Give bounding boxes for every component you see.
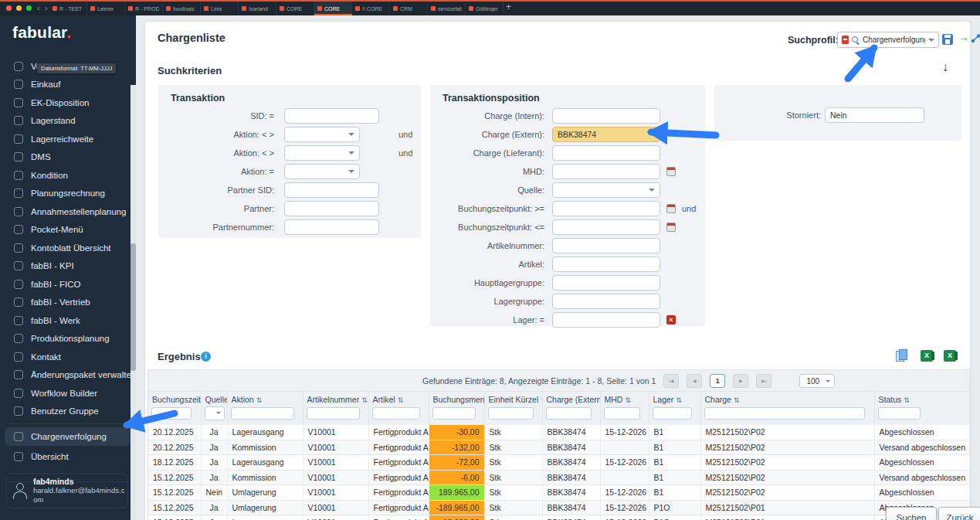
info-icon[interactable]: i (201, 352, 211, 362)
sidebar-item-chargenverfolgung[interactable]: Chargenverfolgung (5, 427, 131, 446)
last-page-icon[interactable]: ▶| (756, 374, 771, 388)
aktion-select[interactable] (284, 145, 360, 161)
clear-icon[interactable]: × (666, 315, 676, 325)
search-profile-dropdown[interactable]: Chargenverfolgung (Einzelsch (837, 32, 939, 48)
column-header-mhd[interactable]: MHD⇅ (600, 392, 649, 405)
filter-charge-extern-input[interactable] (546, 407, 592, 420)
column-header-artikelnummer[interactable]: Artikelnummer⇅ (303, 392, 368, 405)
filter-status-input[interactable] (878, 407, 921, 420)
mhd-input[interactable] (552, 164, 660, 179)
browser-tab-foodlogic[interactable]: foodlogic (163, 2, 201, 15)
column-header-artikel[interactable]: Artikel⇅ (368, 392, 429, 405)
table-row[interactable]: 18.12.2025JaLagerausgangV10001Fertigprod… (148, 455, 969, 471)
sidebar-item-worfklow-builder[interactable]: Worfklow Builder (0, 384, 136, 403)
lager-sort-icon[interactable]: ⇅ (676, 396, 682, 404)
filter-quelle-select[interactable] (205, 406, 225, 420)
column-header-charge[interactable]: Charge⇅ (700, 392, 874, 405)
user-card[interactable]: fab4minds harald.falkner@fab4minds.com (6, 473, 128, 508)
apply-profile-icon[interactable]: → (958, 31, 969, 43)
table-row[interactable]: 15.12.2025JaUmlagerungV10001Fertigproduk… (148, 500, 969, 515)
window-close-icon[interactable] (6, 5, 12, 11)
sidebar-item-ek-disposition[interactable]: EK-Disposition (0, 93, 136, 112)
partnernummer-input[interactable] (284, 219, 379, 235)
sidebar-item-dms[interactable]: DMS (0, 148, 136, 167)
charge-lieferant-input[interactable] (552, 145, 660, 161)
window-minimize-icon[interactable] (16, 5, 22, 11)
calendar-icon[interactable] (666, 167, 676, 176)
sidebar-item-kondition[interactable]: Kondition (0, 166, 136, 185)
sidebar-item-fabbi-werk[interactable]: fabBI - Werk (0, 311, 136, 330)
browser-tab-crm[interactable]: CRM (390, 2, 428, 15)
artikel-sort-icon[interactable]: ⇅ (398, 396, 404, 404)
column-header-quelle[interactable]: Quelle⇅ (201, 392, 227, 405)
sidebar-item-uebersicht[interactable]: Übersicht (0, 447, 136, 466)
filter-aktion-input[interactable] (231, 407, 294, 420)
browser-tab-linis[interactable]: Linis (201, 2, 239, 15)
table-row[interactable]: 15.12.2025JaLagerausgangV10001Fertigprod… (148, 515, 969, 520)
sidebar-item-fabbi-vertrieb[interactable]: fabBI - Vertrieb (0, 294, 136, 312)
aktion-sort-icon[interactable]: ⇅ (256, 396, 263, 404)
excel-export-icon[interactable]: X (921, 350, 933, 362)
profile-delete-icon[interactable] (842, 36, 849, 44)
filter-mhd-input[interactable] (604, 407, 640, 420)
partner-sid-input[interactable] (284, 182, 379, 198)
lagergruppe-input[interactable] (552, 294, 660, 309)
artikelnummer-input[interactable] (552, 238, 660, 253)
filter-buchungszeitpunkt-input[interactable] (151, 407, 192, 420)
sidebar-item-kontakt[interactable]: Kontakt (0, 348, 136, 366)
prev-page-icon[interactable]: ◀ (687, 374, 702, 388)
charge-sort-icon[interactable]: ⇅ (734, 396, 740, 404)
quelle-select[interactable] (552, 182, 660, 198)
current-page-button[interactable]: 1 (710, 374, 725, 388)
browser-tab-leimer[interactable]: Leimer (87, 2, 125, 15)
buchungszeitpunkt-input[interactable] (552, 201, 660, 216)
sidebar-item-aenderungspaket-verwalten[interactable]: Änderungspaket verwalten (0, 366, 136, 385)
artikelnummer-sort-icon[interactable]: ⇅ (361, 396, 368, 404)
next-page-icon[interactable]: ▶ (733, 374, 748, 388)
window-zoom-icon[interactable] (26, 5, 32, 11)
sidebar-item-annahmestellenplanung[interactable]: Annahmestellenplanung (0, 202, 136, 221)
column-header-charge-extern[interactable]: Charge (Extern)⇅ (542, 392, 600, 405)
sidebar-item-lagerreichweite[interactable]: Lagerreichweite (0, 130, 136, 148)
new-tab-button[interactable]: + (506, 2, 511, 12)
browser-tab-core[interactable]: !! CORE (352, 2, 390, 15)
column-header-buchungszeitpunkt[interactable]: Buchungszeitpunkt⇅ (148, 392, 201, 405)
hauptlagergruppe-input[interactable] (552, 275, 660, 291)
copy-export-icon[interactable] (896, 349, 907, 362)
status-sort-icon[interactable]: ⇅ (904, 396, 910, 404)
first-page-icon[interactable]: |◀ (663, 374, 679, 388)
search-button[interactable]: Suchen (886, 507, 937, 520)
sidebar-item-fabbi-kpi[interactable]: fabBI - KPI (0, 257, 136, 276)
sidebar-scrollbar-thumb[interactable] (131, 243, 136, 371)
table-row[interactable]: 20.12.2025JaKommissionV10001Fertigproduk… (148, 440, 969, 455)
column-header-aktion[interactable]: Aktion⇅ (227, 392, 303, 405)
sidebar-item-lagerstand[interactable]: Lagerstand (0, 112, 136, 131)
sidebar-item-produktionsplanung[interactable]: Produktionsplanung (0, 330, 136, 348)
browser-back-icon[interactable]: ‹ (37, 2, 40, 13)
sidebar-item-einkauf[interactable]: Einkauf (0, 76, 136, 94)
share-icon[interactable] (971, 33, 980, 44)
table-row[interactable]: 15.12.2025NeinUmlagerungV10001Fertigprod… (148, 485, 969, 501)
browser-tab-r-produ[interactable]: R - PRODU... (125, 2, 163, 15)
browser-tab-core[interactable]: CORE (314, 2, 352, 15)
filter-einheit-kuerzel-input[interactable] (488, 407, 534, 420)
calendar-icon[interactable] (666, 223, 676, 232)
storniert-input[interactable] (825, 107, 924, 123)
browser-tab-servicefab[interactable]: servicefab... (428, 2, 466, 15)
sidebar-item-fabbi-fico[interactable]: fabBI - FICO (0, 275, 136, 294)
column-header-status[interactable]: Status⇅ (874, 392, 969, 405)
back-button[interactable]: Zurück (938, 507, 980, 520)
column-header-buchungsmenge[interactable]: Buchungsmenge⇅ (429, 392, 484, 405)
partner-input[interactable] (284, 201, 379, 216)
browser-tab-isarland[interactable]: Isarland (239, 2, 276, 15)
aktion-select[interactable] (284, 164, 360, 179)
mhd-sort-icon[interactable]: ⇅ (625, 396, 631, 404)
sidebar-item-kontoblatt-uebersicht[interactable]: Kontoblatt Übersicht (0, 239, 136, 257)
aktion-select[interactable] (284, 127, 360, 142)
table-row[interactable]: 15.12.2025JaKommissionV10001Fertigproduk… (148, 470, 969, 485)
scroll-down-icon[interactable]: ↓ (942, 60, 948, 74)
sidebar-item-benutzer-gruppe[interactable]: Benutzer Gruppe (0, 403, 136, 421)
sidebar-scrollbar[interactable] (131, 85, 136, 520)
sid-input[interactable] (284, 108, 379, 124)
filter-buchungsmenge-input[interactable] (432, 407, 476, 420)
